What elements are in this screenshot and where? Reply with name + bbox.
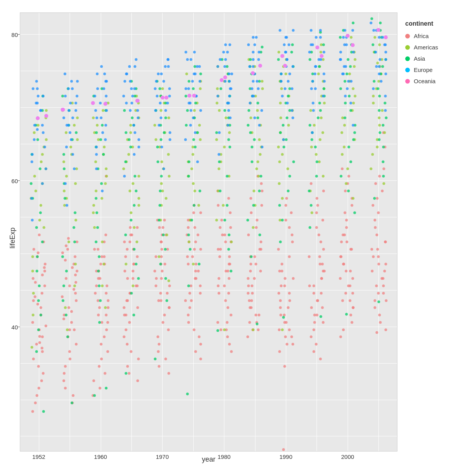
data-point — [375, 65, 378, 68]
data-point — [345, 219, 348, 221]
data-point — [42, 372, 45, 375]
data-point — [377, 212, 380, 214]
data-point — [313, 328, 315, 331]
data-point — [378, 301, 380, 303]
data-point — [38, 341, 41, 344]
data-point — [168, 94, 171, 97]
data-point — [155, 80, 158, 83]
data-point — [318, 255, 321, 258]
data-point — [378, 314, 381, 317]
data-point — [221, 233, 224, 236]
grid-line-horizontal — [20, 34, 397, 35]
data-point — [67, 237, 70, 240]
data-point — [123, 314, 126, 317]
data-point — [194, 350, 197, 353]
data-point — [162, 233, 165, 236]
data-point — [310, 212, 313, 214]
data-point — [125, 262, 128, 265]
data-point — [308, 51, 311, 53]
data-point — [317, 204, 319, 207]
data-point — [278, 292, 280, 294]
data-point — [280, 262, 283, 265]
legend-dot — [405, 56, 410, 61]
data-point — [218, 168, 220, 170]
data-point — [135, 189, 138, 192]
data-point — [353, 212, 356, 214]
data-point — [64, 306, 66, 309]
data-point — [382, 124, 385, 126]
data-point — [350, 36, 353, 39]
grid-line-horizontal — [20, 400, 397, 400]
data-point — [341, 299, 344, 302]
data-point — [101, 284, 103, 287]
x-tick-label: 1960 — [94, 453, 107, 460]
y-tick-label: 40 — [11, 324, 18, 330]
data-point — [347, 284, 350, 287]
data-point — [346, 168, 349, 170]
data-point — [160, 241, 163, 243]
y-axis-label: lifeExp — [9, 228, 17, 248]
data-point — [43, 266, 46, 269]
data-point — [190, 58, 192, 61]
data-point — [283, 44, 286, 46]
data-point — [316, 160, 318, 163]
data-point — [215, 219, 218, 221]
data-point — [123, 109, 126, 112]
data-point — [124, 233, 127, 236]
data-point — [278, 350, 281, 353]
data-point — [278, 29, 281, 32]
data-point — [93, 226, 96, 229]
data-point — [190, 299, 193, 302]
data-point — [339, 277, 341, 280]
data-point — [100, 182, 103, 185]
data-point — [382, 277, 384, 280]
data-point — [164, 262, 166, 265]
data-point — [248, 65, 251, 68]
data-point — [67, 241, 70, 243]
data-point — [103, 336, 105, 338]
data-point — [291, 233, 294, 236]
data-point — [104, 138, 107, 141]
data-point — [252, 226, 254, 229]
data-point — [158, 124, 161, 126]
data-point — [154, 255, 157, 258]
data-point — [62, 116, 65, 119]
data-point — [278, 204, 281, 207]
data-point — [228, 255, 231, 258]
data-point — [32, 299, 35, 302]
data-point — [36, 116, 40, 120]
data-point — [382, 146, 385, 149]
data-point — [200, 73, 202, 75]
data-point — [158, 219, 160, 221]
data-point — [378, 109, 380, 112]
data-point — [128, 138, 131, 141]
grid-line-vertical — [162, 13, 163, 451]
data-point — [224, 44, 227, 46]
grid-line-horizontal — [20, 327, 397, 327]
data-point — [44, 325, 47, 327]
data-point — [185, 124, 188, 126]
data-point — [310, 146, 313, 149]
data-point — [161, 87, 164, 90]
data-point — [287, 306, 290, 309]
data-point — [377, 292, 380, 294]
data-point — [377, 87, 380, 90]
data-point — [281, 94, 284, 97]
data-point — [339, 336, 342, 338]
data-point — [350, 80, 353, 83]
data-point — [313, 350, 315, 353]
data-point — [379, 21, 382, 24]
data-point — [258, 138, 261, 141]
data-point — [223, 219, 226, 221]
data-point — [323, 51, 326, 53]
data-point — [165, 233, 168, 236]
data-point — [350, 314, 352, 317]
data-point — [378, 44, 381, 46]
data-point — [371, 204, 374, 207]
data-point — [167, 372, 170, 375]
grid-line-horizontal — [20, 144, 397, 144]
data-point — [187, 94, 191, 98]
data-point — [219, 255, 221, 258]
data-point — [133, 175, 136, 178]
data-point — [41, 273, 44, 276]
